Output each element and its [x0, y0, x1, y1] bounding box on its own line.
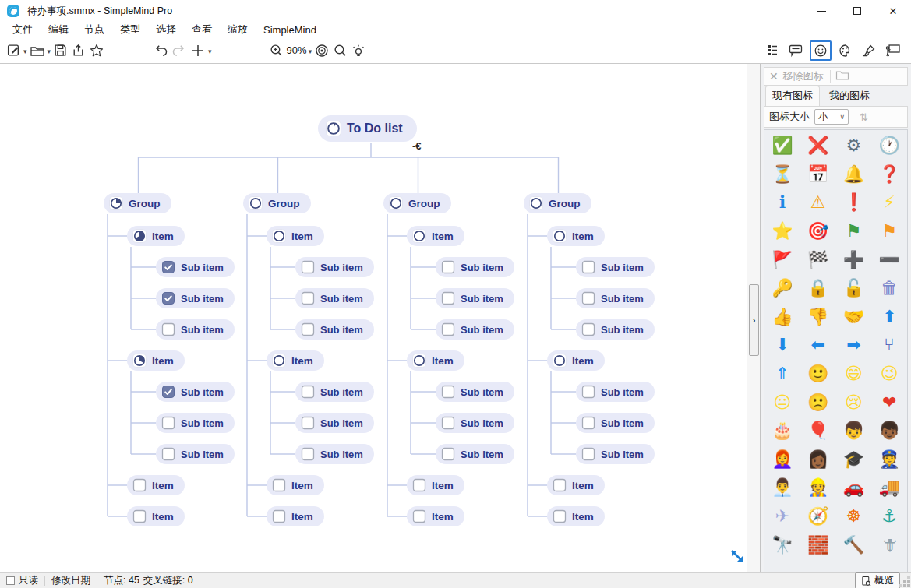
item-node-3-3[interactable]: Item	[407, 475, 464, 495]
open-button[interactable]	[28, 40, 47, 61]
orange-flag-icon[interactable]: ⚑	[871, 217, 907, 246]
style-brush-button[interactable]	[860, 40, 878, 61]
menu-item-7[interactable]: 缩放	[220, 23, 256, 37]
progress-pie-icon[interactable]	[412, 229, 426, 243]
item-node-4-2[interactable]: Item	[547, 350, 605, 371]
subitem-node-1-2-1[interactable]: Sub item	[156, 382, 235, 402]
readonly-checkbox[interactable]	[6, 576, 15, 585]
item-node-1-3[interactable]: Item	[127, 475, 185, 495]
checkbox-checked-icon[interactable]	[161, 260, 175, 274]
root-node-todo-list[interactable]: To Do list	[318, 115, 417, 142]
item-node-2-1[interactable]: Item	[267, 226, 324, 246]
trash-icon[interactable]: 🗑	[871, 274, 907, 303]
checkbox-unchecked-icon[interactable]	[301, 416, 315, 430]
checkbox-checked-icon[interactable]	[161, 291, 175, 305]
checkbox-checked-icon[interactable]	[161, 385, 175, 399]
checkered-flag-icon[interactable]: 🏁	[800, 245, 836, 274]
new-map-caret-icon[interactable]: ▾	[23, 48, 27, 55]
unlock-icon[interactable]: 🔓	[836, 274, 872, 303]
calendar-icon[interactable]: 📅	[800, 160, 836, 189]
subitem-node-3-2-3[interactable]: Sub item	[436, 444, 514, 464]
checkbox-unchecked-icon[interactable]	[301, 322, 315, 336]
autofocus-idea-button[interactable]	[349, 40, 368, 61]
progress-pie-icon[interactable]	[553, 354, 567, 368]
checkbox-unchecked-icon[interactable]	[301, 291, 315, 305]
mindmap-canvas[interactable]: To Do listGroupItemSub itemSub itemSub i…	[0, 64, 747, 572]
progress-pie-icon[interactable]	[553, 229, 567, 243]
exclamation-diamond-icon[interactable]: ❗	[836, 188, 872, 217]
group-node-1[interactable]: Group	[104, 193, 171, 213]
undo-button[interactable]	[151, 40, 170, 61]
checkbox-unchecked-icon[interactable]	[553, 509, 567, 523]
subitem-node-4-2-2[interactable]: Sub item	[576, 413, 655, 433]
subitem-node-4-2-1[interactable]: Sub item	[576, 382, 655, 402]
item-node-4-4[interactable]: Item	[547, 506, 605, 526]
businessman-icon[interactable]: 👨‍💼	[764, 474, 800, 502]
minimize-button[interactable]	[803, 0, 839, 22]
compass-icon[interactable]: 🧭	[800, 502, 836, 531]
red-flag-icon[interactable]: 🚩	[764, 245, 800, 274]
checkbox-unchecked-icon[interactable]	[581, 416, 595, 430]
new-map-button[interactable]	[5, 40, 23, 61]
hourglass-icon[interactable]: ⏳	[764, 160, 800, 189]
menu-item-8[interactable]: SimpleMind	[256, 24, 324, 36]
birthday-cake-icon[interactable]: 🎂	[764, 417, 800, 445]
check-mark-icon[interactable]: ✅	[764, 132, 800, 160]
checkbox-unchecked-icon[interactable]	[301, 385, 315, 399]
progress-pie-icon[interactable]	[272, 229, 286, 243]
boy-face-icon[interactable]: 👦	[836, 417, 872, 445]
minus-circle-icon[interactable]: ➖	[871, 245, 907, 274]
checkbox-unchecked-icon[interactable]	[412, 509, 426, 523]
star-icon[interactable]: ⭐	[764, 217, 800, 246]
icon-size-select[interactable]: 小∨	[814, 109, 849, 125]
center-map-button[interactable]	[312, 40, 331, 61]
favorites-star-button[interactable]	[87, 40, 106, 61]
anchor-icon[interactable]: ⚓	[871, 502, 907, 531]
progress-pie-icon[interactable]	[109, 196, 123, 210]
progress-pie-icon[interactable]	[389, 196, 403, 210]
bell-icon[interactable]: 🔔	[836, 160, 872, 189]
progress-pie-icon[interactable]	[529, 196, 543, 210]
heart-icon[interactable]: ❤	[871, 388, 907, 417]
remove-icon-x-icon[interactable]: ✕	[769, 70, 779, 83]
checkbox-unchecked-icon[interactable]	[441, 260, 455, 274]
window-resize-grip[interactable]	[907, 584, 910, 587]
subitem-node-2-2-1[interactable]: Sub item	[295, 382, 374, 402]
close-button[interactable]: ✕	[875, 0, 911, 22]
add-topic-caret-icon[interactable]: ▾	[208, 48, 212, 55]
presentation-button[interactable]	[883, 40, 903, 61]
subitem-node-1-2-2[interactable]: Sub item	[156, 413, 235, 433]
airplane-icon[interactable]: ✈	[764, 502, 800, 531]
brick-wall-icon[interactable]: 🧱	[800, 530, 836, 559]
save-button[interactable]	[51, 40, 69, 61]
progress-pie-icon[interactable]	[132, 229, 147, 243]
menu-item-2[interactable]: 编辑	[41, 23, 76, 37]
frowning-face-icon[interactable]: 🙁	[800, 388, 836, 417]
zoom-in-icon[interactable]	[267, 40, 285, 61]
subitem-node-3-1-1[interactable]: Sub item	[436, 257, 514, 277]
checkbox-unchecked-icon[interactable]	[132, 509, 147, 523]
subitem-node-2-1-1[interactable]: Sub item	[295, 257, 374, 277]
progress-pie-icon[interactable]	[132, 354, 147, 368]
panel-splitter[interactable]: ›	[747, 64, 761, 572]
panel-collapse-handle[interactable]: ›	[749, 284, 759, 356]
plus-circle-icon[interactable]: ➕	[836, 245, 872, 274]
thumbs-down-icon[interactable]: 👎	[800, 303, 836, 332]
laughing-face-icon[interactable]: 😄	[836, 360, 872, 389]
hammer-icon[interactable]: 🔨	[836, 530, 872, 559]
checkbox-unchecked-icon[interactable]	[441, 447, 455, 461]
thumbs-up-icon[interactable]: 👍	[764, 303, 800, 332]
checkbox-unchecked-icon[interactable]	[441, 291, 455, 305]
clock-icon[interactable]: 🕐	[871, 132, 907, 160]
item-node-1-1[interactable]: Item	[127, 226, 185, 246]
balloon-icon[interactable]: 🎈	[800, 417, 836, 445]
progress-pie-icon[interactable]	[326, 121, 341, 136]
boy-face-dark-icon[interactable]: 👦🏾	[871, 417, 907, 445]
item-node-1-2[interactable]: Item	[127, 350, 185, 371]
progress-pie-icon[interactable]	[272, 354, 286, 368]
subitem-node-3-2-1[interactable]: Sub item	[436, 382, 514, 402]
checkbox-unchecked-icon[interactable]	[441, 416, 455, 430]
woman-dark-icon[interactable]: 👩🏾	[800, 445, 836, 474]
sort-icons-icon[interactable]: ⇅	[860, 111, 868, 123]
remove-icon-label[interactable]: 移除图标	[783, 69, 824, 83]
